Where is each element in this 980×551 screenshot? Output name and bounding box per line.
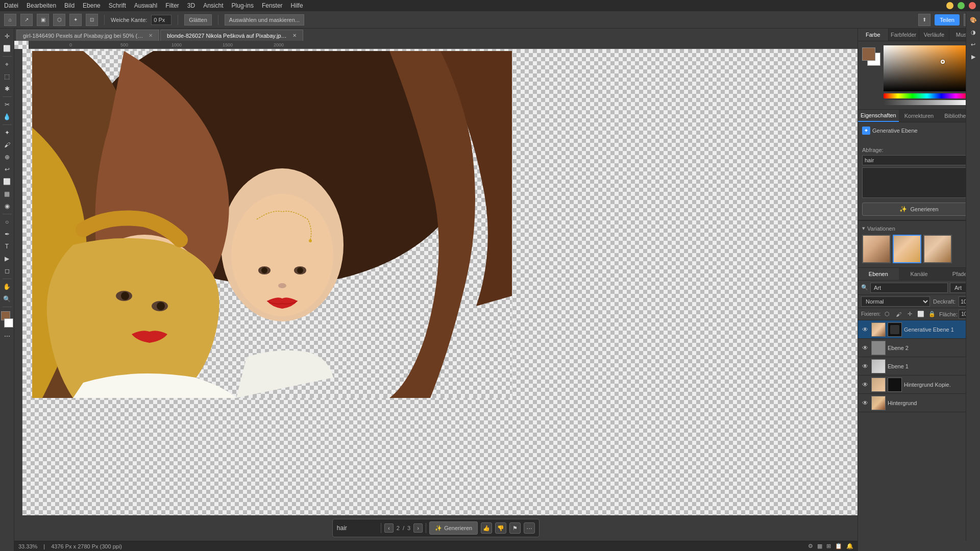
alpha-slider[interactable] <box>884 100 970 105</box>
abfrage-textarea[interactable] <box>862 167 976 198</box>
layer-hintergrund-kopie[interactable]: 👁 Hintergrund Kopie. <box>858 375 980 394</box>
layer-ebene1-visibility[interactable]: 👁 <box>861 362 869 370</box>
tab-2-close[interactable]: ✕ <box>292 33 297 38</box>
auswaehlen-maskieren-button[interactable]: Auswählen und maskieren... <box>225 14 304 26</box>
tab-1-close[interactable]: ✕ <box>149 33 153 38</box>
tab-farbfelder[interactable]: Farbfelder <box>889 29 919 41</box>
status-icon-2[interactable]: ▦ <box>817 543 822 549</box>
layer-ebene2-visibility[interactable]: 👁 <box>861 344 869 352</box>
menu-auswahl[interactable]: Auswahl <box>134 2 157 9</box>
maximize-button[interactable] <box>958 2 965 9</box>
heal-tool[interactable]: ✦ <box>2 127 13 138</box>
lock-transparent-btn[interactable]: ⬡ <box>883 310 892 319</box>
menu-ansicht[interactable]: Ansicht <box>203 2 223 9</box>
gen-bar-input[interactable] <box>337 524 378 532</box>
generate-btn[interactable]: ✨ Generieren <box>862 203 976 216</box>
minimize-button[interactable] <box>946 2 953 9</box>
gen-more-button[interactable]: ··· <box>524 522 535 534</box>
magic-wand-tool[interactable]: ✱ <box>2 83 13 94</box>
select-tool-button[interactable]: ↗ <box>20 14 33 26</box>
layer-ebene-2[interactable]: 👁 Ebene 2 <box>858 339 980 357</box>
gen-thumbsdown-button[interactable]: 👎 <box>495 522 506 534</box>
brush-tool[interactable]: 🖌 <box>2 139 13 151</box>
magic-select-button[interactable]: ✦ <box>69 14 82 26</box>
rect-select-button[interactable]: ▣ <box>37 14 49 26</box>
status-icon-1[interactable]: ⚙ <box>808 543 813 549</box>
crop-tool[interactable]: ✂ <box>2 99 13 110</box>
lasso-select-button[interactable]: ⬡ <box>53 14 65 26</box>
lasso-tool[interactable]: ⌖ <box>2 59 13 70</box>
hand-tool[interactable]: ✋ <box>2 281 13 292</box>
teilen-button[interactable]: Teilen <box>935 14 960 26</box>
menu-schrift[interactable]: Schrift <box>109 2 126 9</box>
gradient-tool[interactable]: ▦ <box>2 188 13 199</box>
menu-ebene[interactable]: Ebene <box>83 2 101 9</box>
weiche-kante-input[interactable] <box>151 15 172 25</box>
move-tool[interactable]: ✛ <box>2 31 13 42</box>
crop-button[interactable]: ⊡ <box>86 14 98 26</box>
clone-tool[interactable]: ⊕ <box>2 152 13 163</box>
status-icon-3[interactable]: ⊞ <box>826 543 831 549</box>
layer-hg-visibility[interactable]: 👁 <box>861 399 869 407</box>
foreground-color-box[interactable] <box>862 47 875 61</box>
status-icon-4[interactable]: 📋 <box>835 543 842 549</box>
layer-hintergrund[interactable]: 👁 Hintergrund 🔒 <box>858 394 980 412</box>
tab-1[interactable]: girl-1846490 Pexels auf Pixabay.jpg bei … <box>16 30 159 41</box>
glatten-button[interactable]: Glätten <box>184 14 211 26</box>
zoom-tool[interactable]: 🔍 <box>2 293 13 305</box>
abfrage-input[interactable] <box>862 155 976 165</box>
actions-panel-icon[interactable]: ▶ <box>968 51 979 62</box>
variation-thumb-2[interactable] <box>893 235 921 263</box>
lock-position-btn[interactable]: ✛ <box>905 310 914 319</box>
dodge-tool[interactable]: ○ <box>2 216 13 228</box>
pen-tool[interactable]: ✒ <box>2 229 13 240</box>
lock-all-btn[interactable]: 🔒 <box>927 310 937 319</box>
type-tool[interactable]: T <box>2 241 13 252</box>
path-select-tool[interactable]: ▶ <box>2 253 13 264</box>
status-icon-5[interactable]: 🔔 <box>846 543 853 549</box>
variation-thumb-3[interactable] <box>923 235 952 263</box>
layers-search-input[interactable] <box>870 283 948 293</box>
variation-thumb-1[interactable] <box>862 235 891 263</box>
layer-generative-ebene-1[interactable]: 👁 Generative Ebene 1 <box>858 320 980 339</box>
tab-verlaeufe[interactable]: Verläufe <box>919 29 950 41</box>
background-color[interactable] <box>4 318 13 328</box>
gen-prev-button[interactable]: ‹ <box>384 523 394 533</box>
tab-ebenen[interactable]: Ebenen <box>858 268 899 280</box>
edit-toolbar-btn[interactable]: ⋯ <box>2 331 13 342</box>
layer-ebene-1[interactable]: 👁 Ebene 1 <box>858 357 980 375</box>
menu-hilfe[interactable]: Hilfe <box>291 2 303 9</box>
history-panel-icon[interactable]: ↩ <box>968 39 979 50</box>
menu-bild[interactable]: Bild <box>64 2 75 9</box>
lock-pixels-btn[interactable]: 🖌 <box>894 310 903 319</box>
menu-plugins[interactable]: Plug-ins <box>232 2 254 9</box>
home-tool-button[interactable]: ⌂ <box>4 14 16 26</box>
gen-next-button[interactable]: › <box>413 523 423 533</box>
tab-korrekturen[interactable]: Korrekturen <box>899 110 940 122</box>
share-button[interactable]: ⬆ <box>918 14 930 26</box>
hue-slider[interactable] <box>884 93 970 98</box>
menu-bearbeiten[interactable]: Bearbeiten <box>27 2 56 9</box>
menu-filter[interactable]: Filter <box>165 2 179 9</box>
eraser-tool[interactable]: ⬜ <box>2 176 13 187</box>
tab-farbe[interactable]: Farbe <box>858 29 889 41</box>
shape-tool[interactable]: ◻ <box>2 265 13 277</box>
blur-tool[interactable]: ◉ <box>2 201 13 212</box>
gen-generate-button[interactable]: ✨ Generieren <box>429 521 478 535</box>
canvas-viewport[interactable]: 0 500 1000 1500 2000 <box>14 41 857 515</box>
artboard-tool[interactable]: ⬜ <box>2 43 13 54</box>
menu-datei[interactable]: Datei <box>4 2 18 9</box>
tab-2[interactable]: blonde-826027 Nikola Pešková auf Pixabay… <box>160 30 303 41</box>
layer-gen1-visibility[interactable]: 👁 <box>861 325 869 334</box>
tab-eigenschaften[interactable]: Eigenschaften <box>858 110 899 122</box>
history-tool[interactable]: ↩ <box>2 164 13 175</box>
close-button[interactable] <box>969 2 976 9</box>
gen-flag-button[interactable]: ⚑ <box>509 522 521 534</box>
object-select-tool[interactable]: ⬚ <box>2 71 13 82</box>
lock-artboard-btn[interactable]: ⬜ <box>916 310 925 319</box>
menu-fenster[interactable]: Fenster <box>262 2 283 9</box>
gen-thumbsup-button[interactable]: 👍 <box>481 522 492 534</box>
blend-mode-select[interactable]: Normal <box>861 296 930 307</box>
adjust-icon[interactable]: ◑ <box>968 29 979 38</box>
color-gradient[interactable] <box>884 45 970 91</box>
